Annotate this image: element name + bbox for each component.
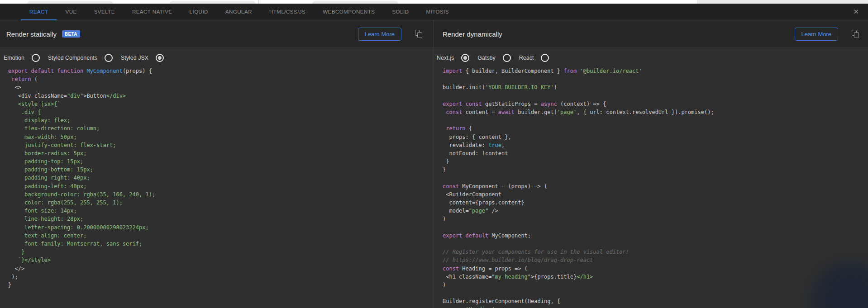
option-label: Emotion [4, 55, 24, 61]
panel-header: Render statically BETA Learn More [0, 20, 433, 48]
code-line: Builder.registerComponent(Heading, { [443, 297, 868, 305]
option-label: Gatsby [477, 55, 496, 61]
radio-unselected-icon[interactable] [541, 54, 549, 62]
option-label: Styled Components [48, 55, 97, 61]
code-line: .div { [8, 108, 433, 116]
panel-body: Next.jsGatsbyReact import { builder, Bui… [434, 48, 868, 308]
code-line [443, 92, 868, 100]
panel-title: Render statically [6, 30, 57, 38]
code-line: } [443, 166, 868, 174]
radio-selected-icon[interactable] [461, 54, 469, 62]
code-line [443, 223, 868, 232]
code-line: const content = await builder.get('page'… [443, 108, 868, 116]
code-line: font-family: Montserrat, sans-serif; [8, 240, 433, 248]
radio-unselected-icon[interactable] [105, 54, 113, 62]
option-label: React [519, 55, 534, 61]
option-react[interactable]: React [519, 54, 549, 62]
code-line: builder.init('YOUR BUILDER.IO KEY') [443, 83, 868, 91]
code-line: ) [443, 281, 868, 289]
code-line: </> [8, 265, 433, 273]
tab-liquid[interactable]: LIQUID [181, 4, 217, 20]
code-line: export const getStaticProps = async (con… [443, 100, 868, 108]
code-line: // Register your components for use in t… [443, 248, 868, 256]
code-line: <style jsx>{` [8, 100, 433, 108]
code-line [443, 240, 868, 248]
option-gatsby[interactable]: Gatsby [477, 54, 511, 62]
code-line: max-width: 50px; [8, 133, 433, 141]
code-line: // https://www.builder.io/blog/drag-drop… [443, 256, 868, 264]
code-line: font-size: 14px; [8, 207, 433, 215]
panel-render-dynamically: Render dynamically Learn More Next.jsGat… [434, 20, 868, 308]
code-line: background-color: rgba(35, 166, 240, 1); [8, 190, 433, 199]
code-line: letter-spacing: 0.20000000298023224px; [8, 223, 433, 232]
tab-vue[interactable]: VUE [57, 4, 85, 20]
close-icon[interactable]: ✕ [850, 4, 862, 20]
copy-icon-front [854, 32, 859, 38]
export-panels: Render statically BETA Learn More Emotio… [0, 20, 868, 308]
code-line: border-radius: 5px; [8, 149, 433, 157]
code-line: import { builder, BuilderComponent } fro… [443, 67, 868, 75]
code-line: padding-top: 15px; [8, 157, 433, 166]
code-line: justify-content: flex-start; [8, 141, 433, 149]
radio-selected-icon[interactable] [156, 54, 164, 62]
panel-title: Render dynamically [443, 30, 502, 38]
option-styled-components[interactable]: Styled Components [48, 54, 113, 62]
code-line: return { [443, 124, 868, 133]
code-line: line-height: 28px; [8, 215, 433, 223]
code-line: export default MyComponent; [443, 232, 868, 240]
radio-unselected-icon[interactable] [503, 54, 511, 62]
panel-render-statically: Render statically BETA Learn More Emotio… [0, 20, 434, 308]
code-line: <h1 className="my-heading">{props.title}… [443, 273, 868, 281]
strip-right-segment [697, 0, 868, 4]
radio-unselected-icon[interactable] [32, 54, 40, 62]
copy-icon[interactable] [415, 30, 422, 38]
code-line: revalidate: true, [443, 141, 868, 149]
code-block-static: export default function MyComponent(prop… [8, 67, 433, 289]
copy-icon[interactable] [852, 30, 859, 38]
code-line [443, 289, 868, 297]
code-line: } [8, 248, 433, 256]
tab-react[interactable]: REACT [21, 4, 57, 20]
learn-more-button[interactable]: Learn More [358, 28, 401, 41]
copy-icon-front [417, 32, 422, 38]
code-line: } [8, 281, 433, 289]
option-next-js[interactable]: Next.js [437, 54, 469, 62]
code-line: props: { content }, [443, 133, 868, 141]
code-line: padding-bottom: 15px; [8, 166, 433, 174]
code-line: ) [443, 215, 868, 223]
panel-body: EmotionStyled ComponentsStyled JSX expor… [0, 48, 433, 308]
panel-header: Render dynamically Learn More [434, 20, 868, 48]
option-emotion[interactable]: Emotion [4, 54, 40, 62]
option-label: Next.js [437, 55, 454, 61]
code-line: const MyComponent = (props) => ( [443, 182, 868, 190]
code-line: <div className="div">Button</div> [8, 92, 433, 100]
code-line [443, 75, 868, 83]
framework-option-group: Next.jsGatsbyReact [434, 53, 868, 62]
code-line: return ( [8, 75, 433, 83]
code-line: name: 'Heading', [443, 305, 868, 308]
tab-webcomponents[interactable]: WEBCOMPONENTS [314, 4, 383, 20]
option-label: Styled JSX [121, 55, 148, 61]
code-line [443, 174, 868, 182]
background-page-strip [0, 0, 868, 4]
code-line: export default function MyComponent(prop… [8, 67, 433, 75]
style-option-group: EmotionStyled ComponentsStyled JSX [0, 53, 433, 62]
strip-divider [258, 0, 259, 4]
framework-tabbar: REACTVUESVELTEREACT NATIVELIQUIDANGULARH… [0, 4, 868, 20]
tab-solid[interactable]: SOLID [383, 4, 417, 20]
code-line: const Heading = props => ( [443, 265, 868, 273]
learn-more-button[interactable]: Learn More [795, 28, 838, 41]
code-line: notFound: !content [443, 149, 868, 157]
code-line: ); [8, 273, 433, 281]
tab-html-css-js[interactable]: HTML/CSS/JS [261, 4, 314, 20]
code-line: <BuilderComponent [443, 190, 868, 199]
tab-react-native[interactable]: REACT NATIVE [124, 4, 181, 20]
tab-svelte[interactable]: SVELTE [86, 4, 124, 20]
beta-badge: BETA [62, 30, 80, 38]
option-styled-jsx[interactable]: Styled JSX [121, 54, 164, 62]
code-line: } [443, 157, 868, 166]
tab-mitosis[interactable]: MITOSIS [417, 4, 458, 20]
code-line: content={props.content} [443, 199, 868, 207]
code-line: model="page" /> [443, 207, 868, 215]
tab-angular[interactable]: ANGULAR [217, 4, 261, 20]
